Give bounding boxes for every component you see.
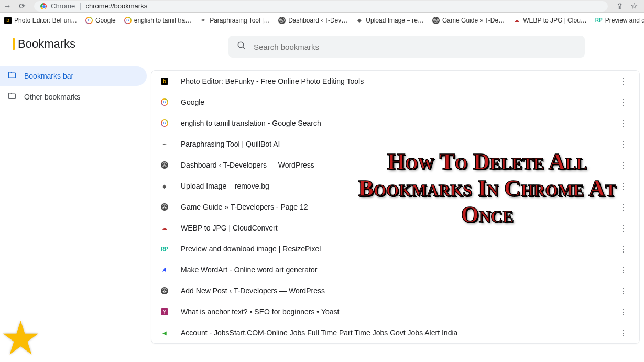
bookmark-star-icon[interactable]: ☆ bbox=[630, 1, 638, 11]
more-menu-icon[interactable]: ⋮ bbox=[617, 284, 630, 298]
bookmark-row[interactable]: ⓌGame Guide » T-Developers - Page 12⋮ bbox=[151, 196, 639, 217]
bookmarks-bar-item[interactable]: ⓌDashboard ‹ T-Dev… bbox=[275, 15, 351, 26]
bookmarks-bar-label: english to tamil tra… bbox=[134, 17, 191, 24]
svg-point-0 bbox=[238, 42, 244, 48]
bookmark-row[interactable]: YWhat is anchor text? • SEO for beginner… bbox=[151, 301, 639, 322]
bookmarks-bar-item[interactable]: Google bbox=[82, 15, 119, 26]
address-bar[interactable]: Chrome | chrome://bookmarks bbox=[34, 1, 608, 12]
more-menu-icon[interactable]: ⋮ bbox=[617, 242, 630, 256]
bookmarks-bar-label: Photo Editor: BeFun… bbox=[14, 17, 77, 24]
title-accent bbox=[13, 38, 15, 50]
svg-line-1 bbox=[243, 47, 245, 49]
bookmarks-bar-label: Game Guide » T-De… bbox=[442, 17, 505, 24]
bookmark-row[interactable]: ⓌDashboard ‹ T-Developers — WordPress⋮ bbox=[151, 155, 639, 175]
more-menu-icon[interactable]: ⋮ bbox=[617, 74, 630, 89]
bookmarks-bar-label: Upload Image – re… bbox=[366, 17, 424, 24]
folder-icon bbox=[7, 91, 17, 103]
separator: | bbox=[79, 2, 81, 11]
bookmarks-bar-label: Google bbox=[95, 17, 116, 24]
header: Bookmarks bbox=[0, 28, 644, 60]
more-menu-icon[interactable]: ⋮ bbox=[617, 221, 630, 235]
search-container bbox=[228, 36, 585, 58]
url-scheme-label: Chrome bbox=[51, 2, 75, 10]
bookmark-title: Preview and download image | ResizePixel bbox=[181, 245, 605, 253]
search-icon bbox=[237, 41, 246, 53]
bookmarks-bar-label: Preview and downl… bbox=[605, 17, 644, 24]
bookmark-title: Account - JobsStart.COM-Online Jobs Full… bbox=[181, 328, 605, 337]
sidebar-item-label: Bookmarks bar bbox=[24, 72, 73, 80]
bookmarks-bar-label: WEBP to JPG | Clou… bbox=[523, 17, 587, 24]
bookmarks-list-area: bPhoto Editor: BeFunky - Free Online Pho… bbox=[147, 28, 644, 362]
bookmarks-bar-item[interactable]: ☁WEBP to JPG | Clou… bbox=[510, 15, 590, 26]
more-menu-icon[interactable]: ⋮ bbox=[617, 305, 630, 319]
bookmark-title: What is anchor text? • SEO for beginners… bbox=[181, 308, 605, 316]
bookmark-row[interactable]: english to tamil translation - Google Se… bbox=[151, 113, 639, 134]
search-input[interactable] bbox=[254, 42, 576, 51]
bookmarks-bar-item[interactable]: english to tamil tra… bbox=[121, 15, 194, 26]
page-title-text: Bookmarks bbox=[18, 37, 75, 51]
sidebar-item-other-bookmarks[interactable]: Other bookmarks bbox=[0, 87, 147, 107]
bookmark-row[interactable]: ☁WEBP to JPG | CloudConvert⋮ bbox=[151, 217, 639, 238]
more-menu-icon[interactable]: ⋮ bbox=[617, 326, 630, 340]
sidebar-item-label: Other bookmarks bbox=[24, 93, 80, 101]
more-menu-icon[interactable]: ⋮ bbox=[617, 158, 630, 172]
bookmark-row[interactable]: ⓌAdd New Post ‹ T-Developers — WordPress… bbox=[151, 280, 639, 301]
bookmark-title: Photo Editor: BeFunky - Free Online Phot… bbox=[181, 77, 605, 85]
more-menu-icon[interactable]: ⋮ bbox=[617, 95, 630, 109]
more-menu-icon[interactable]: ⋮ bbox=[617, 263, 630, 277]
more-menu-icon[interactable]: ⋮ bbox=[617, 116, 630, 130]
bookmarks-bar-item[interactable]: ◆Upload Image – re… bbox=[353, 15, 427, 26]
bookmark-title: Add New Post ‹ T-Developers — WordPress bbox=[181, 287, 605, 295]
url-path: chrome://bookmarks bbox=[85, 2, 147, 10]
sidebar-item-bookmarks-bar[interactable]: Bookmarks bar bbox=[0, 66, 147, 86]
bookmark-title: WEBP to JPG | CloudConvert bbox=[181, 224, 605, 232]
bookmarks-bar-item[interactable]: ✒Paraphrasing Tool |… bbox=[197, 15, 273, 26]
browser-actions: ⇪ ☆ bbox=[616, 1, 641, 11]
bookmarks-bar-item[interactable]: ⓌGame Guide » T-De… bbox=[429, 15, 508, 26]
bookmark-row[interactable]: ◆Upload Image – remove.bg⋮ bbox=[151, 175, 639, 196]
bookmarks-app: Bookmarks Bookmarks bar Other bookmarks … bbox=[0, 28, 644, 362]
bookmarks-bar-label: Dashboard ‹ T-Dev… bbox=[288, 17, 347, 24]
bookmark-title: Paraphrasing Tool | QuillBot AI bbox=[181, 140, 605, 148]
bookmark-row[interactable]: ✒Paraphrasing Tool | QuillBot AI⋮ bbox=[151, 134, 639, 155]
bookmark-title: Dashboard ‹ T-Developers — WordPress bbox=[181, 161, 605, 169]
bookmark-row[interactable]: bPhoto Editor: BeFunky - Free Online Pho… bbox=[151, 71, 639, 92]
forward-icon[interactable]: → bbox=[3, 2, 12, 11]
folder-icon bbox=[7, 70, 17, 82]
page-title: Bookmarks bbox=[13, 37, 75, 51]
reload-icon[interactable]: ⟳ bbox=[19, 2, 26, 11]
bookmark-row[interactable]: Google⋮ bbox=[151, 92, 639, 113]
bookmark-row[interactable]: AMake WordArt - Online word art generato… bbox=[151, 259, 639, 280]
bookmark-title: Make WordArt - Online word art generator bbox=[181, 266, 605, 274]
bookmark-title: english to tamil translation - Google Se… bbox=[181, 119, 605, 127]
bookmark-title: Game Guide » T-Developers - Page 12 bbox=[181, 203, 605, 211]
bookmark-row[interactable]: RPPreview and download image | ResizePix… bbox=[151, 238, 639, 259]
more-menu-icon[interactable]: ⋮ bbox=[617, 179, 630, 193]
share-icon[interactable]: ⇪ bbox=[616, 1, 623, 11]
bookmark-row[interactable]: ◀Account - JobsStart.COM-Online Jobs Ful… bbox=[151, 322, 639, 343]
more-menu-icon[interactable]: ⋮ bbox=[617, 200, 630, 214]
bookmarks-bar-strip: bPhoto Editor: BeFun…Googleenglish to ta… bbox=[0, 13, 644, 28]
browser-toolbar: → ⟳ Chrome | chrome://bookmarks ⇪ ☆ bbox=[0, 0, 644, 13]
bookmarks-bar-item[interactable]: RPPreview and downl… bbox=[592, 15, 644, 26]
bookmarks-bar-item[interactable]: bPhoto Editor: BeFun… bbox=[1, 15, 80, 26]
bookmark-title: Upload Image – remove.bg bbox=[181, 182, 605, 190]
bookmarks-list: bPhoto Editor: BeFunky - Free Online Pho… bbox=[151, 70, 640, 344]
bookmarks-bar-label: Paraphrasing Tool |… bbox=[210, 17, 270, 24]
chrome-logo-icon bbox=[40, 3, 47, 9]
bookmark-title: Google bbox=[181, 98, 605, 106]
sidebar: Bookmarks bar Other bookmarks bbox=[0, 28, 147, 362]
more-menu-icon[interactable]: ⋮ bbox=[617, 137, 630, 151]
